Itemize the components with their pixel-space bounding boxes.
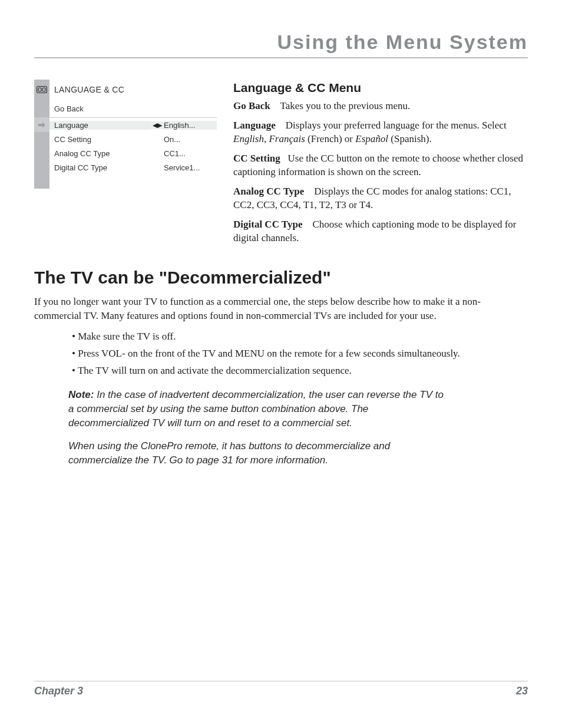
section-heading: The TV can be "Decommercialized": [34, 268, 528, 288]
bullet-item: Make sure the TV is off.: [72, 328, 528, 345]
term-analog-cc: Analog CC Type: [233, 186, 304, 197]
left-right-arrows-icon: ◀▶: [151, 121, 164, 129]
term-cc-setting: CC Setting: [233, 153, 280, 164]
svg-rect-2: [42, 88, 45, 91]
osd-item-cc-setting[interactable]: CC Setting On...: [34, 132, 217, 146]
note-block: Note: In the case of inadvertent decomme…: [68, 388, 445, 467]
osd-item-value: Service1...: [164, 163, 217, 172]
section-intro: If you no longer want your TV to functio…: [34, 295, 528, 323]
osd-item-label: Analog CC Type: [49, 149, 151, 158]
osd-go-back-label: Go Back: [49, 104, 217, 113]
osd-item-label: Digital CC Type: [49, 163, 151, 172]
term-go-back: Go Back: [233, 100, 270, 111]
osd-go-back-sidebar: [34, 100, 49, 117]
osd-title-row: LANGUAGE & CC: [34, 80, 217, 100]
osd-item-digital-cc[interactable]: Digital CC Type Service1...: [34, 160, 217, 174]
desc-language: Language Displays your preferred languag…: [233, 119, 528, 146]
osd-item-label: Language: [49, 121, 151, 130]
note-label: Note:: [68, 389, 94, 400]
desc-cc-setting: CC Setting Use the CC button on the remo…: [233, 152, 528, 179]
term-digital-cc: Digital CC Type: [233, 219, 302, 230]
page-footer: Chapter 3 23: [34, 681, 528, 697]
osd-go-back[interactable]: Go Back: [34, 100, 217, 118]
footer-chapter: Chapter 3: [34, 685, 83, 697]
osd-item-analog-cc[interactable]: Analog CC Type CC1...: [34, 146, 217, 160]
page-header-title: Using the Menu System: [34, 31, 528, 58]
desc-go-back: Go Back Takes you to the previous menu.: [233, 100, 528, 113]
desc-analog-cc: Analog CC Type Displays the CC modes for…: [233, 185, 528, 212]
arrow-right-icon: [34, 118, 49, 132]
bullet-item: The TV will turn on and activate the dec…: [72, 363, 528, 380]
bullet-item: Press VOL- on the front of the TV and ME…: [72, 345, 528, 363]
osd-menu: LANGUAGE & CC Go Back Language ◀▶ Englis…: [34, 80, 217, 189]
osd-title: LANGUAGE & CC: [49, 85, 217, 94]
osd-item-label: CC Setting: [49, 135, 151, 144]
osd-item-value: English...: [164, 121, 217, 130]
desc-digital-cc: Digital CC Type Choose which captioning …: [233, 218, 528, 245]
svg-rect-1: [38, 88, 41, 91]
osd-item-language[interactable]: Language ◀▶ English...: [34, 118, 217, 132]
term-language: Language: [233, 120, 276, 131]
section-subheading: Language & CC Menu: [233, 80, 528, 96]
footer-page-number: 23: [516, 685, 528, 697]
bullet-list: Make sure the TV is off. Press VOL- on t…: [72, 328, 528, 380]
decommercialize-section: The TV can be "Decommercialized" If you …: [34, 268, 528, 467]
note-clonepro: When using the ClonePro remote, it has b…: [68, 439, 445, 467]
osd-item-value: CC1...: [164, 149, 217, 158]
osd-blank-row: [34, 174, 217, 189]
cc-icon: [34, 80, 49, 100]
description-column: Language & CC Menu Go Back Takes you to …: [233, 80, 528, 251]
osd-item-value: On...: [164, 135, 217, 144]
